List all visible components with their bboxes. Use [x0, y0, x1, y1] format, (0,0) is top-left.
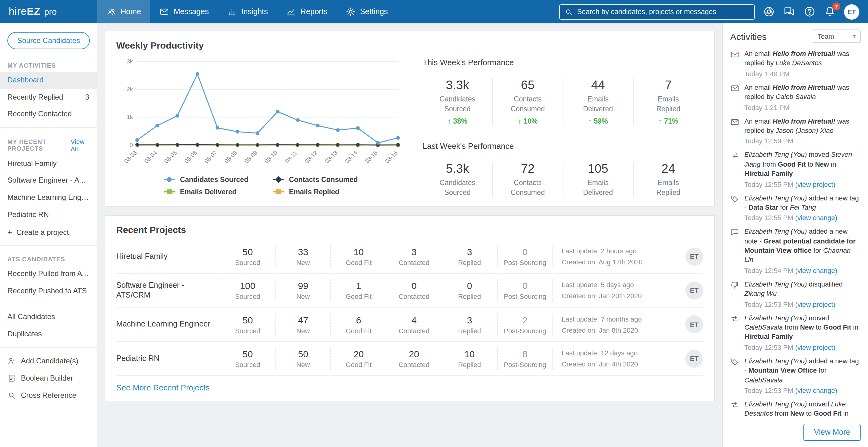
stat-candidates-sourced: 3.3kCandidatesSourced↑ 38% [423, 78, 492, 125]
view-all-link[interactable]: View All [71, 138, 89, 153]
search-input[interactable] [577, 8, 749, 15]
nav-item-insights[interactable]: Insights [218, 0, 277, 23]
recent-projects-list: Hiretual FamilySoftware Engineer - ATS/C… [0, 156, 97, 224]
legend-candidates-sourced[interactable]: Candidates Sourced [164, 176, 248, 183]
sidebar-item-label: Pediatric RN [7, 210, 49, 220]
activity-body: Elizabeth Teng (You) disqualified Zikang… [744, 280, 861, 308]
chat-icon[interactable] [783, 5, 796, 18]
main-content: Weekly Productivity 01k2k3k08-0308-0408-… [97, 23, 722, 447]
add-candidate-s-button[interactable]: Add Candidate(s) [0, 352, 97, 369]
stat-emails-delivered: 44EmailsDelivered↑ 59% [563, 78, 633, 125]
legend-marker [273, 179, 284, 180]
stat-label: Good Fit [334, 259, 383, 266]
nav-item-home[interactable]: Home [97, 0, 150, 23]
team-filter-select[interactable]: Team ▾ [813, 30, 861, 43]
svg-text:08-05: 08-05 [163, 150, 178, 164]
tag-icon [730, 194, 739, 203]
project-stat-post-sourcing: 8Post-Sourcing [497, 347, 552, 370]
activities-panel: Activities Team ▾ An email Hello from Hi… [722, 23, 868, 447]
sidebar-item-duplicates[interactable]: Duplicates [0, 326, 97, 343]
activity-link[interactable]: (view change) [795, 267, 837, 274]
project-name[interactable]: Hiretual Family [116, 252, 220, 262]
stat-label: EmailsReplied [633, 178, 704, 197]
sidebar-item-label: Dashboard [7, 76, 43, 85]
activity-timestamp: Today 12:53 PM (view project) [744, 344, 861, 351]
sidebar-item-recently-replied[interactable]: Recently Replied3 [0, 89, 97, 106]
divider [0, 347, 97, 348]
project-row-pediatric-rn[interactable]: Pediatric RN50Sourced50New20Good Fit20Co… [116, 342, 703, 376]
stat-change: ↑ 71% [633, 117, 704, 125]
sidebar-project-pediatric-rn[interactable]: Pediatric RN [0, 206, 97, 223]
sidebar-item-all-candidates[interactable]: All Candidates [0, 309, 97, 326]
activity-link[interactable]: (view project) [795, 181, 835, 188]
gear-icon [346, 7, 355, 17]
app-logo[interactable]: hireEZ pro [0, 0, 97, 23]
project-stat-new: 99New [275, 280, 330, 301]
activity-link[interactable]: (view project) [795, 300, 835, 308]
sidebar-item-dashboard[interactable]: Dashboard [0, 72, 97, 89]
stat-label: EmailsDelivered [563, 95, 633, 114]
legend-emails-replied[interactable]: Emails Replied [273, 188, 358, 195]
help-icon[interactable] [803, 5, 816, 18]
sidebar-project-machine-learning-engineer[interactable]: Machine Learning Engineer [0, 189, 97, 206]
activity-item: Elizabeth Teng (You) added a new tag - D… [730, 193, 861, 222]
global-search[interactable] [559, 4, 755, 19]
created-on: Created on: Aug 17th 2020 [562, 256, 679, 267]
stat-label: ContactsConsumed [493, 95, 563, 114]
user-avatar[interactable]: ET [844, 4, 859, 19]
activity-body: Elizabeth Teng (You) added a new tag - M… [744, 357, 861, 394]
activity-timestamp: Today 12:55 PM (view project) [744, 181, 861, 188]
activity-link[interactable]: (view change) [795, 214, 837, 222]
activity-item: An email Hello from Hiretual! was replie… [730, 83, 861, 111]
created-on: Created on: Jan 8th 2020 [562, 325, 679, 336]
activity-link[interactable]: (view project) [795, 344, 835, 351]
stat-label: EmailsReplied [633, 95, 704, 114]
project-name[interactable]: Software Engineer - ATS/CRM [116, 280, 220, 301]
activity-item: Elizabeth Teng (You) moved Luke Desantos… [730, 400, 861, 421]
project-name[interactable]: Machine Learning Engineer [116, 319, 220, 330]
create-project-button[interactable]: + Create a project [0, 223, 97, 241]
browser-extension-icon[interactable] [763, 5, 775, 18]
sidebar-project-software-engineer-ats-c[interactable]: Software Engineer - ATS/C... [0, 172, 97, 189]
sidebar-item-recently-contacted[interactable]: Recently Contacted [0, 106, 97, 123]
activity-text: Elizabeth Teng (You) moved Luke Desantos… [744, 400, 861, 421]
activity-item: Elizabeth Teng (You) disqualified Zikang… [730, 280, 861, 308]
svg-text:0: 0 [129, 142, 133, 148]
divider [0, 304, 97, 305]
project-row-hiretual-family[interactable]: Hiretual Family50Sourced33New10Good Fit3… [116, 240, 703, 274]
project-stat-sourced: 50Sourced [220, 314, 275, 336]
legend-contacts-consumed[interactable]: Contacts Consumed [273, 176, 358, 183]
nav-item-settings[interactable]: Settings [337, 0, 397, 23]
project-owner-avatar[interactable]: ET [685, 248, 703, 265]
project-name[interactable]: Pediatric RN [116, 353, 220, 364]
source-candidates-button[interactable]: Source Candidates [7, 32, 90, 49]
stat-label: Replied [444, 327, 494, 334]
legend-label: Emails Replied [289, 188, 339, 195]
candidate-links: All CandidatesDuplicates [0, 309, 97, 343]
legend-label: Candidates Sourced [180, 176, 248, 183]
stat-label: Contacted [389, 293, 439, 300]
project-owner-avatar[interactable]: ET [685, 282, 703, 299]
project-stat-contacted: 4Contacted [386, 314, 441, 336]
legend-emails-delivered[interactable]: Emails Delivered [164, 188, 248, 195]
project-row-machine-learning-engineer[interactable]: Machine Learning Engineer50Sourced47New6… [116, 308, 703, 342]
nav-item-reports[interactable]: Reports [277, 0, 337, 23]
boolean-builder-button[interactable]: Boolean Builder [0, 369, 97, 386]
project-owner-avatar[interactable]: ET [685, 350, 703, 368]
cross-reference-button[interactable]: Cross Reference [0, 386, 97, 404]
sidebar-project-hiretual-family[interactable]: Hiretual Family [0, 156, 97, 172]
last-update: Last update: 12 days ago [562, 347, 679, 358]
nav-item-messages[interactable]: Messages [150, 0, 218, 23]
sidebar-item-recently-pulled-from-ats[interactable]: Recently Pulled from ATS [0, 266, 97, 283]
stat-label: Sourced [223, 259, 273, 266]
recent-projects-card: Recent Projects Hiretual Family50Sourced… [104, 215, 715, 402]
sidebar-item-recently-pushed-to-ats[interactable]: Recently Pushed to ATS [0, 283, 97, 300]
project-row-software-engineer-ats-crm[interactable]: Software Engineer - ATS/CRM100Sourced99N… [116, 274, 703, 308]
logo-text: hire [9, 5, 27, 18]
see-more-recent-projects-link[interactable]: See More Recent Projects [116, 383, 210, 392]
notifications-button[interactable]: 7 [824, 5, 836, 18]
nav-item-label: Home [121, 7, 141, 16]
project-owner-avatar[interactable]: ET [685, 316, 703, 333]
activity-link[interactable]: (view change) [795, 387, 837, 394]
view-more-button[interactable]: View More [803, 424, 861, 441]
